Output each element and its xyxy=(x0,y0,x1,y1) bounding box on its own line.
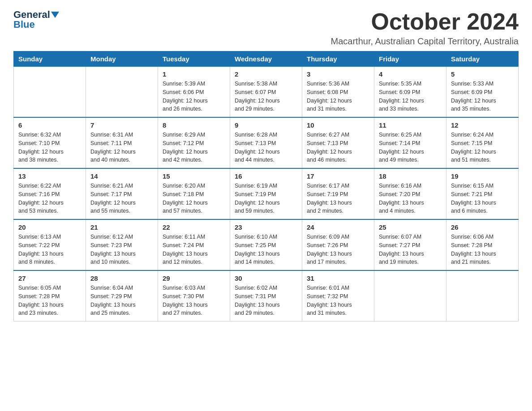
day-number: 30 xyxy=(235,274,297,282)
calendar-cell xyxy=(14,67,86,118)
day-info: Sunrise: 6:32 AMSunset: 7:10 PMDaylight:… xyxy=(18,131,81,164)
day-info: Sunrise: 6:03 AMSunset: 7:30 PMDaylight:… xyxy=(163,284,225,317)
day-info: Sunrise: 6:01 AMSunset: 7:32 PMDaylight:… xyxy=(307,284,369,317)
header-tuesday: Tuesday xyxy=(158,51,230,67)
month-title: October 2024 xyxy=(331,9,519,34)
calendar-cell xyxy=(446,270,519,321)
calendar-cell: 24Sunrise: 6:09 AMSunset: 7:26 PMDayligh… xyxy=(302,219,374,270)
calendar-cell: 6Sunrise: 6:32 AMSunset: 7:10 PMDaylight… xyxy=(14,117,86,168)
day-number: 22 xyxy=(163,223,225,231)
calendar-cell: 8Sunrise: 6:29 AMSunset: 7:12 PMDaylight… xyxy=(158,117,230,168)
calendar-cell: 27Sunrise: 6:05 AMSunset: 7:28 PMDayligh… xyxy=(14,270,86,321)
logo-triangle-icon xyxy=(51,12,59,18)
calendar-cell: 1Sunrise: 5:39 AMSunset: 6:06 PMDaylight… xyxy=(158,67,230,118)
calendar-cell: 2Sunrise: 5:38 AMSunset: 6:07 PMDaylight… xyxy=(230,67,302,118)
calendar-cell xyxy=(374,270,446,321)
day-number: 9 xyxy=(235,121,297,129)
day-info: Sunrise: 6:12 AMSunset: 7:23 PMDaylight:… xyxy=(90,233,153,266)
day-info: Sunrise: 6:21 AMSunset: 7:17 PMDaylight:… xyxy=(90,182,153,215)
calendar-cell: 13Sunrise: 6:22 AMSunset: 7:16 PMDayligh… xyxy=(14,168,86,219)
calendar-table: SundayMondayTuesdayWednesdayThursdayFrid… xyxy=(13,51,519,321)
day-info: Sunrise: 6:07 AMSunset: 7:27 PMDaylight:… xyxy=(379,233,442,266)
calendar-cell: 21Sunrise: 6:12 AMSunset: 7:23 PMDayligh… xyxy=(86,219,158,270)
day-info: Sunrise: 6:28 AMSunset: 7:13 PMDaylight:… xyxy=(235,131,297,164)
calendar-week-row: 13Sunrise: 6:22 AMSunset: 7:16 PMDayligh… xyxy=(14,168,519,219)
day-info: Sunrise: 6:31 AMSunset: 7:11 PMDaylight:… xyxy=(90,131,153,164)
day-info: Sunrise: 6:19 AMSunset: 7:19 PMDaylight:… xyxy=(235,182,297,215)
header: General Blue October 2024 Macarthur, Aus… xyxy=(13,9,519,47)
day-info: Sunrise: 5:39 AMSunset: 6:06 PMDaylight:… xyxy=(163,80,225,113)
calendar-cell: 20Sunrise: 6:13 AMSunset: 7:22 PMDayligh… xyxy=(14,219,86,270)
calendar-cell: 25Sunrise: 6:07 AMSunset: 7:27 PMDayligh… xyxy=(374,219,446,270)
calendar-week-row: 6Sunrise: 6:32 AMSunset: 7:10 PMDaylight… xyxy=(14,117,519,168)
calendar-cell: 11Sunrise: 6:25 AMSunset: 7:14 PMDayligh… xyxy=(374,117,446,168)
day-number: 29 xyxy=(163,274,225,282)
logo-blue-text: Blue xyxy=(13,19,35,30)
calendar-week-row: 1Sunrise: 5:39 AMSunset: 6:06 PMDaylight… xyxy=(14,67,519,118)
calendar-cell xyxy=(86,67,158,118)
day-number: 6 xyxy=(18,121,81,129)
day-number: 8 xyxy=(163,121,225,129)
day-info: Sunrise: 6:11 AMSunset: 7:24 PMDaylight:… xyxy=(163,233,225,266)
calendar-cell: 14Sunrise: 6:21 AMSunset: 7:17 PMDayligh… xyxy=(86,168,158,219)
calendar-cell: 15Sunrise: 6:20 AMSunset: 7:18 PMDayligh… xyxy=(158,168,230,219)
day-info: Sunrise: 5:38 AMSunset: 6:07 PMDaylight:… xyxy=(235,80,297,113)
calendar-week-row: 20Sunrise: 6:13 AMSunset: 7:22 PMDayligh… xyxy=(14,219,519,270)
day-number: 2 xyxy=(235,70,297,78)
day-number: 23 xyxy=(235,223,297,231)
day-info: Sunrise: 5:35 AMSunset: 6:09 PMDaylight:… xyxy=(379,80,442,113)
logo: General Blue xyxy=(13,9,59,30)
day-number: 7 xyxy=(90,121,153,129)
day-number: 24 xyxy=(307,223,369,231)
day-info: Sunrise: 6:15 AMSunset: 7:21 PMDaylight:… xyxy=(451,182,514,215)
day-number: 16 xyxy=(235,172,297,180)
day-info: Sunrise: 6:27 AMSunset: 7:13 PMDaylight:… xyxy=(307,131,369,164)
day-number: 21 xyxy=(90,223,153,231)
header-sunday: Sunday xyxy=(14,51,86,67)
header-thursday: Thursday xyxy=(302,51,374,67)
day-number: 13 xyxy=(18,172,81,180)
day-number: 28 xyxy=(90,274,153,282)
day-info: Sunrise: 6:09 AMSunset: 7:26 PMDaylight:… xyxy=(307,233,369,266)
calendar-cell: 17Sunrise: 6:17 AMSunset: 7:19 PMDayligh… xyxy=(302,168,374,219)
calendar-week-row: 27Sunrise: 6:05 AMSunset: 7:28 PMDayligh… xyxy=(14,270,519,321)
day-info: Sunrise: 6:04 AMSunset: 7:29 PMDaylight:… xyxy=(90,284,153,317)
calendar-cell: 31Sunrise: 6:01 AMSunset: 7:32 PMDayligh… xyxy=(302,270,374,321)
calendar-cell: 4Sunrise: 5:35 AMSunset: 6:09 PMDaylight… xyxy=(374,67,446,118)
day-info: Sunrise: 6:22 AMSunset: 7:16 PMDaylight:… xyxy=(18,182,81,215)
day-number: 5 xyxy=(451,70,514,78)
day-info: Sunrise: 6:20 AMSunset: 7:18 PMDaylight:… xyxy=(163,182,225,215)
calendar-cell: 7Sunrise: 6:31 AMSunset: 7:11 PMDaylight… xyxy=(86,117,158,168)
calendar-cell: 9Sunrise: 6:28 AMSunset: 7:13 PMDaylight… xyxy=(230,117,302,168)
day-number: 17 xyxy=(307,172,369,180)
day-number: 19 xyxy=(451,172,514,180)
day-number: 12 xyxy=(451,121,514,129)
day-number: 25 xyxy=(379,223,442,231)
day-number: 15 xyxy=(163,172,225,180)
day-info: Sunrise: 6:24 AMSunset: 7:15 PMDaylight:… xyxy=(451,131,514,164)
calendar-cell: 22Sunrise: 6:11 AMSunset: 7:24 PMDayligh… xyxy=(158,219,230,270)
day-number: 26 xyxy=(451,223,514,231)
calendar-cell: 19Sunrise: 6:15 AMSunset: 7:21 PMDayligh… xyxy=(446,168,519,219)
header-wednesday: Wednesday xyxy=(230,51,302,67)
calendar-cell: 26Sunrise: 6:06 AMSunset: 7:28 PMDayligh… xyxy=(446,219,519,270)
day-info: Sunrise: 6:17 AMSunset: 7:19 PMDaylight:… xyxy=(307,182,369,215)
header-friday: Friday xyxy=(374,51,446,67)
calendar-cell: 29Sunrise: 6:03 AMSunset: 7:30 PMDayligh… xyxy=(158,270,230,321)
title-area: October 2024 Macarthur, Australian Capit… xyxy=(331,9,519,47)
calendar-cell: 30Sunrise: 6:02 AMSunset: 7:31 PMDayligh… xyxy=(230,270,302,321)
day-number: 3 xyxy=(307,70,369,78)
day-number: 4 xyxy=(379,70,442,78)
calendar-cell: 3Sunrise: 5:36 AMSunset: 6:08 PMDaylight… xyxy=(302,67,374,118)
day-number: 1 xyxy=(163,70,225,78)
calendar-cell: 16Sunrise: 6:19 AMSunset: 7:19 PMDayligh… xyxy=(230,168,302,219)
day-number: 18 xyxy=(379,172,442,180)
day-number: 27 xyxy=(18,274,81,282)
day-number: 11 xyxy=(379,121,442,129)
day-info: Sunrise: 5:36 AMSunset: 6:08 PMDaylight:… xyxy=(307,80,369,113)
day-info: Sunrise: 6:10 AMSunset: 7:25 PMDaylight:… xyxy=(235,233,297,266)
calendar-header-row: SundayMondayTuesdayWednesdayThursdayFrid… xyxy=(14,51,519,67)
day-number: 20 xyxy=(18,223,81,231)
day-info: Sunrise: 6:25 AMSunset: 7:14 PMDaylight:… xyxy=(379,131,442,164)
calendar-cell: 12Sunrise: 6:24 AMSunset: 7:15 PMDayligh… xyxy=(446,117,519,168)
